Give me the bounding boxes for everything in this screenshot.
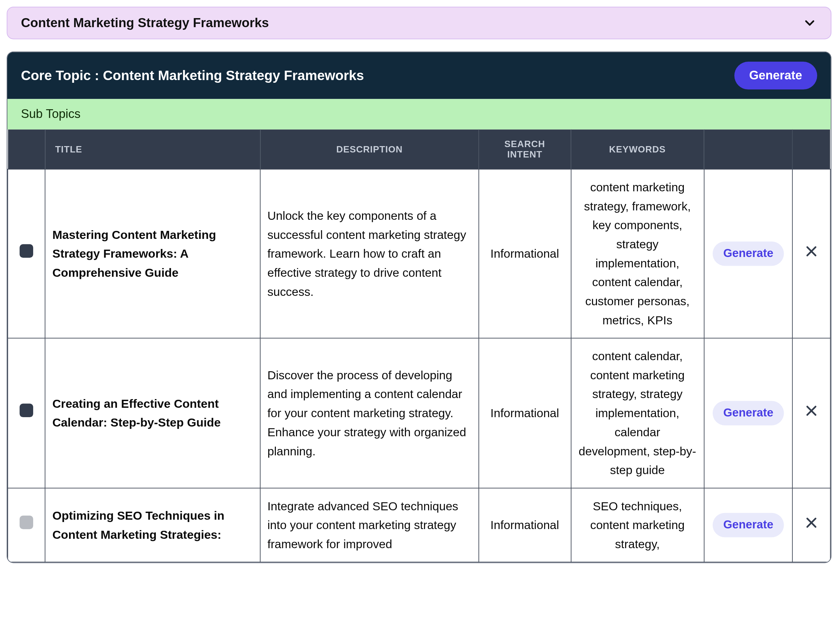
chevron-down-icon [802,15,817,31]
row-search-intent: Informational [479,169,571,338]
row-keywords: content calendar, content marketing stra… [571,338,704,488]
row-checkbox[interactable] [20,244,33,258]
col-search-intent: SEARCH INTENT [479,130,571,169]
row-title: Optimizing SEO Techniques in Content Mar… [45,488,260,562]
table-header-row: TITLE DESCRIPTION SEARCH INTENT KEYWORDS [8,130,830,169]
row-delete-cell [793,338,830,488]
subtopics-section-label: Sub Topics [7,99,831,129]
row-checkbox[interactable] [20,404,33,417]
col-checkbox [8,130,45,169]
col-description: DESCRIPTION [260,130,479,169]
row-generate-button[interactable]: Generate [712,401,784,426]
row-delete-cell [793,488,830,562]
col-keywords: KEYWORDS [571,130,704,169]
row-description: Discover the process of developing and i… [260,338,479,488]
row-search-intent: Informational [479,488,571,562]
row-checkbox-cell [8,169,45,338]
close-icon[interactable] [805,244,819,258]
core-topic-name: Content Marketing Strategy Frameworks [103,68,364,83]
row-generate-button[interactable]: Generate [712,513,784,537]
row-search-intent: Informational [479,338,571,488]
subtopics-table: TITLE DESCRIPTION SEARCH INTENT KEYWORDS… [7,130,831,563]
card-header: Core Topic : Content Marketing Strategy … [7,52,831,99]
row-description: Unlock the key components of a successfu… [260,169,479,338]
table-row: Optimizing SEO Techniques in Content Mar… [8,488,830,562]
subtopics-card: Core Topic : Content Marketing Strategy … [7,52,831,563]
col-action [704,130,793,169]
row-description: Integrate advanced SEO techniques into y… [260,488,479,562]
row-keywords: SEO techniques, content marketing strate… [571,488,704,562]
topic-dropdown-bar[interactable]: Content Marketing Strategy Frameworks [7,7,831,39]
core-topic-title: Core Topic : Content Marketing Strategy … [21,68,364,84]
row-title: Mastering Content Marketing Strategy Fra… [45,169,260,338]
row-delete-cell [793,169,830,338]
core-topic-prefix: Core Topic : [21,68,99,83]
close-icon[interactable] [805,403,819,418]
row-title: Creating an Effective Content Calendar: … [45,338,260,488]
table-row: Mastering Content Marketing Strategy Fra… [8,169,830,338]
row-keywords: content marketing strategy, framework, k… [571,169,704,338]
row-action-cell: Generate [704,338,793,488]
row-action-cell: Generate [704,488,793,562]
row-generate-button[interactable]: Generate [712,242,784,266]
col-delete [793,130,830,169]
close-icon[interactable] [805,515,819,530]
col-title: TITLE [45,130,260,169]
generate-button[interactable]: Generate [734,62,817,89]
table-row: Creating an Effective Content Calendar: … [8,338,830,488]
topic-dropdown-label: Content Marketing Strategy Frameworks [21,15,269,31]
row-checkbox[interactable] [20,516,33,529]
row-checkbox-cell [8,488,45,562]
row-checkbox-cell [8,338,45,488]
row-action-cell: Generate [704,169,793,338]
